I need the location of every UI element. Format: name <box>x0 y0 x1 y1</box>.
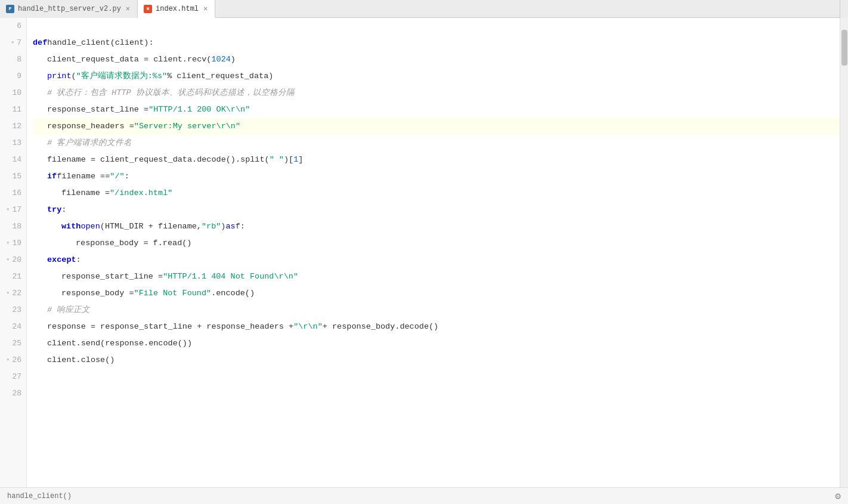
token-plain: response_start_line = <box>47 101 148 118</box>
token-comment: # 状态行：包含 HTTP 协议版本、状态码和状态描述，以空格分隔 <box>47 85 295 101</box>
code-line: filename = client_request_data.decode().… <box>33 151 840 168</box>
fold-icon[interactable]: ▾ <box>6 289 10 298</box>
token-plain: response_start_line = <box>61 268 163 285</box>
token-plain: filename = client_request_data.decode().… <box>47 151 270 168</box>
token-plain: ] <box>298 151 303 168</box>
token-kw2: as <box>225 218 235 235</box>
token-string: "客户端请求数据为:%s" <box>76 68 168 85</box>
token-kw: def <box>33 35 47 51</box>
token-plain: filename == <box>57 168 110 185</box>
line-number: ▾22 <box>5 285 21 302</box>
tab-html-close[interactable]: ✕ <box>202 4 209 13</box>
token-plain: ( <box>72 68 76 85</box>
token-plain: + response_body.decode() <box>323 319 438 335</box>
token-plain: response = response_start_line + respons… <box>47 319 293 335</box>
scrollbar-thumb[interactable] <box>841 30 847 66</box>
token-string: "\r\n" <box>293 319 323 335</box>
code-line <box>33 385 840 402</box>
token-kw: if <box>47 168 57 185</box>
line-number: 16 <box>5 185 21 202</box>
token-number: 1 <box>293 151 298 168</box>
line-number: 13 <box>5 135 21 151</box>
line-number: ▾7 <box>5 35 21 51</box>
line-number: 28 <box>5 385 21 402</box>
code-line: client.close() <box>33 352 840 369</box>
line-number: ▾26 <box>5 352 21 369</box>
tab-html[interactable]: H index.html ✕ <box>138 0 215 18</box>
code-line: response_body = "File Not Found".encode(… <box>33 285 840 302</box>
app-container: P handle_http_server_v2.py ✕ H index.htm… <box>0 0 848 504</box>
line-number: ▾17 <box>5 202 21 218</box>
token-string: "HTTP/1.1 200 OK\r\n" <box>148 101 250 118</box>
token-plain: response_body = <box>61 285 134 302</box>
token-string: "/index.html" <box>110 185 172 202</box>
status-left: handle_client() <box>7 492 72 500</box>
code-line: response_start_line = "HTTP/1.1 404 Not … <box>33 268 840 285</box>
code-line: print("客户端请求数据为:%s" % client_request_dat… <box>33 68 840 85</box>
status-bar: handle_client() ⚙ <box>0 487 848 504</box>
code-line: # 客户端请求的文件名 <box>33 135 840 151</box>
line-number: 25 <box>5 335 21 352</box>
fold-icon[interactable]: ▾ <box>6 255 10 265</box>
line-number: 9 <box>5 68 21 85</box>
tab-html-icon: H <box>144 5 152 13</box>
line-number: 14 <box>5 151 21 168</box>
token-string: "HTTP/1.1 404 Not Found\r\n" <box>163 268 298 285</box>
tab-py-close[interactable]: ✕ <box>125 4 131 13</box>
token-plain: client_request_data = client.recv( <box>47 51 211 68</box>
token-string: "/" <box>110 168 124 185</box>
line-number: 6 <box>5 18 21 35</box>
fold-icon[interactable]: ▾ <box>6 205 10 215</box>
function-name: handle_client() <box>7 492 72 500</box>
code-line: def handle_client(client): <box>33 35 840 51</box>
scrollbar-right[interactable] <box>840 18 848 487</box>
tab-py-label: handle_http_server_v2.py <box>18 5 121 13</box>
fold-icon[interactable]: ▾ <box>6 355 10 365</box>
fold-icon[interactable]: ▾ <box>6 239 10 248</box>
token-plain: f: <box>236 218 245 235</box>
line-number: 8 <box>5 51 21 68</box>
settings-area[interactable]: ⚙ <box>835 490 841 502</box>
fold-icon[interactable]: ▾ <box>11 38 14 48</box>
code-line: response_body = f.read() <box>33 235 840 252</box>
token-string: "Server:My server\r\n" <box>134 118 240 135</box>
code-line: response_start_line = "HTTP/1.1 200 OK\r… <box>33 101 840 118</box>
token-comment: # 客户端请求的文件名 <box>47 135 132 151</box>
code-line: if filename == "/": <box>33 168 840 185</box>
token-builtin: open <box>81 218 100 235</box>
token-plain: : <box>76 252 81 268</box>
token-comment: # 响应正文 <box>47 302 90 319</box>
token-plain: (HTML_DIR + filename, <box>100 218 202 235</box>
code-line: filename = "/index.html" <box>33 185 840 202</box>
code-line: except: <box>33 252 840 268</box>
code-line: # 响应正文 <box>33 302 840 319</box>
code-content[interactable]: def handle_client(client):client_request… <box>27 18 840 487</box>
line-number: 21 <box>5 268 21 285</box>
token-string: "File Not Found" <box>134 285 212 302</box>
line-number: 15 <box>5 168 21 185</box>
token-plain: filename = <box>61 185 110 202</box>
code-line <box>33 18 840 35</box>
line-number: 12 <box>5 118 21 135</box>
token-plain: ) <box>231 51 236 68</box>
tab-py[interactable]: P handle_http_server_v2.py ✕ <box>0 0 138 18</box>
token-plain: .encode() <box>211 285 255 302</box>
token-plain: : <box>61 202 66 218</box>
line-number: 27 <box>5 369 21 385</box>
line-number: 23 <box>5 302 21 319</box>
token-string: " " <box>270 151 284 168</box>
code-line: response = response_start_line + respons… <box>33 319 840 335</box>
line-number: 18 <box>5 218 21 235</box>
token-plain: % client_request_data) <box>167 68 273 85</box>
code-line: with open(HTML_DIR + filename, "rb") as … <box>33 218 840 235</box>
tab-py-icon: P <box>6 5 14 13</box>
line-number: ▾19 <box>5 235 21 252</box>
code-area: 6▾78910111213141516▾1718▾19▾2021▾2223242… <box>0 18 848 487</box>
code-line: try: <box>33 202 840 218</box>
token-kw: except <box>47 252 76 268</box>
token-plain: client.close() <box>47 352 114 369</box>
tab-bar: P handle_http_server_v2.py ✕ H index.htm… <box>0 0 848 18</box>
token-plain: )[ <box>284 151 293 168</box>
token-plain: client.send(response.encode()) <box>47 335 192 352</box>
code-line: response_headers = "Server:My server\r\n… <box>33 118 840 135</box>
